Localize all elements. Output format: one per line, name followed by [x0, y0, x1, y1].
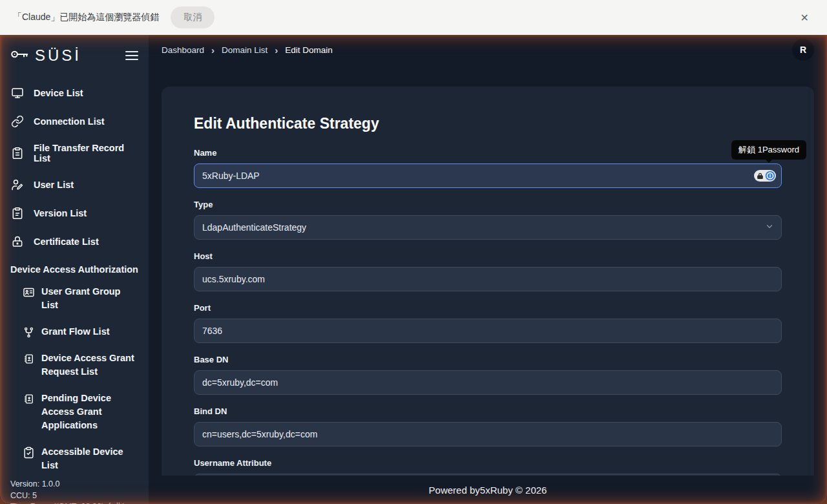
onepassword-logo-icon — [765, 171, 775, 181]
username-attribute-label: Username Attribute — [194, 458, 782, 468]
topbar: Dashboard › Domain List › Edit Domain R — [149, 35, 827, 65]
sidebar: SÜSİ Device List Connection List — [0, 35, 149, 504]
page-footer: Powered by5xRuby © 2026 — [149, 476, 827, 504]
sidebar-footer: Version: 1.0.0 CCU: 5 Time Zone: ((GMT+0… — [0, 479, 149, 504]
flow-branch-icon — [22, 326, 35, 339]
type-select[interactable]: LdapAuthenticateStrategy — [194, 215, 782, 240]
chevron-right-icon: › — [204, 45, 222, 56]
breadcrumb-edit-domain: Edit Domain — [285, 45, 333, 55]
sidebar-item-connection-list[interactable]: Connection List — [0, 107, 149, 136]
sidebar-nav: Device List Connection List File Transfe… — [0, 74, 149, 479]
debug-banner-message: 「Claude」已開始為這個瀏覽器偵錯 — [13, 12, 159, 23]
breadcrumb-dashboard[interactable]: Dashboard — [162, 45, 204, 55]
app-version: Version: 1.0.0 — [10, 479, 138, 490]
onepassword-tooltip: 解鎖 1Password — [731, 140, 806, 160]
powered-by-text: Powered by5xRuby © 2026 — [429, 485, 547, 496]
padlock-icon — [757, 173, 764, 180]
sidebar-item-label: User List — [34, 180, 74, 190]
id-card-icon — [22, 286, 35, 299]
chevron-right-icon: › — [267, 45, 285, 56]
main-area: Dashboard › Domain List › Edit Domain R … — [149, 35, 827, 504]
content-scroll-area: Edit Authenticate Strategy Name 解鎖 1Pass… — [149, 65, 827, 476]
logo-row: SÜSİ — [0, 35, 149, 74]
cancel-debug-button[interactable]: 取消 — [171, 6, 215, 28]
port-label: Port — [194, 303, 782, 313]
sidebar-item-label: Version List — [34, 208, 87, 218]
bind-dn-label: Bind DN — [194, 406, 782, 417]
field-port: Port — [194, 303, 782, 343]
onepassword-icon[interactable] — [754, 170, 776, 182]
ccu-count: CCU: 5 — [10, 490, 138, 502]
browser-debug-banner: 「Claude」已開始為這個瀏覽器偵錯 取消 ✕ — [0, 0, 827, 35]
type-label: Type — [194, 200, 782, 210]
key-logo-icon — [10, 48, 30, 63]
clipboard-icon — [10, 206, 25, 220]
base-dn-label: Base DN — [194, 355, 782, 365]
timezone: Time Zone: ((GMT+08:00) 台北) — [10, 501, 138, 504]
field-host: Host — [194, 251, 782, 291]
port-input[interactable] — [194, 319, 782, 343]
sidebar-item-device-access-grant-request-list[interactable]: Device Access Grant Request List — [0, 345, 149, 385]
field-username-attribute: Username Attribute — [194, 458, 782, 476]
close-icon[interactable]: ✕ — [795, 9, 814, 26]
bind-dn-input[interactable] — [194, 422, 782, 446]
sidebar-item-label: Pending Device Access Grant Applications — [41, 392, 140, 432]
name-label: Name — [194, 148, 782, 158]
page-title: Edit Authenticate Strategy — [194, 115, 782, 132]
chevron-down-icon — [765, 222, 774, 233]
sidebar-item-label: Connection List — [34, 116, 105, 127]
logo-text: SÜSİ — [35, 47, 81, 65]
field-name: Name 解鎖 1Password — [194, 148, 782, 188]
sidebar-item-user-list[interactable]: User List — [0, 171, 149, 199]
notebook-icon — [22, 352, 35, 365]
lock-icon — [10, 235, 25, 249]
link-icon — [10, 114, 25, 129]
sidebar-item-accessible-device-list[interactable]: Accessible Device List — [0, 439, 149, 479]
sidebar-item-certificate-list[interactable]: Certificate List — [0, 227, 149, 256]
sidebar-item-label: Device Access Grant Request List — [41, 352, 140, 379]
username-attribute-input[interactable] — [194, 474, 782, 476]
sidebar-item-label: Grant Flow List — [41, 325, 110, 339]
sidebar-item-grant-flow-list[interactable]: Grant Flow List — [0, 319, 149, 345]
sidebar-section-device-access-authorization: Device Access Authorization — [0, 256, 149, 278]
avatar[interactable]: R — [792, 39, 814, 61]
sidebar-item-user-grant-group-list[interactable]: User Grant Group List — [0, 278, 149, 319]
screen: 「Claude」已開始為這個瀏覽器偵錯 取消 ✕ SÜSİ — [0, 0, 827, 504]
clipboard-list-icon — [10, 146, 25, 160]
sidebar-item-label: Certificate List — [34, 236, 99, 247]
base-dn-input[interactable] — [194, 370, 782, 395]
host-input[interactable] — [194, 267, 782, 291]
menu-toggle-button[interactable] — [125, 47, 138, 65]
page: SÜSİ Device List Connection List — [0, 35, 827, 504]
sidebar-item-file-transfer-record-list[interactable]: File Transfer Record List — [0, 136, 149, 171]
sidebar-item-label: Accessible Device List — [41, 445, 140, 472]
sidebar-item-label: User Grant Group List — [41, 285, 140, 312]
clipboard-check-icon — [22, 446, 35, 459]
name-input[interactable] — [194, 163, 782, 188]
sidebar-item-label: Device List — [34, 88, 83, 98]
sidebar-item-pending-device-access-grant-applications[interactable]: Pending Device Access Grant Applications — [0, 385, 149, 439]
edit-strategy-card: Edit Authenticate Strategy Name 解鎖 1Pass… — [162, 87, 814, 476]
field-base-dn: Base DN — [194, 355, 782, 395]
monitor-icon — [10, 86, 25, 100]
field-bind-dn: Bind DN — [194, 406, 782, 446]
sidebar-item-device-list[interactable]: Device List — [0, 79, 149, 107]
sidebar-item-version-list[interactable]: Version List — [0, 199, 149, 227]
notebook-icon — [22, 392, 35, 405]
breadcrumb-domain-list[interactable]: Domain List — [222, 45, 267, 55]
user-edit-icon — [10, 178, 25, 192]
sidebar-item-label: File Transfer Record List — [34, 143, 138, 163]
host-label: Host — [194, 251, 782, 262]
field-type: Type LdapAuthenticateStrategy — [194, 200, 782, 240]
type-select-value: LdapAuthenticateStrategy — [202, 222, 306, 233]
